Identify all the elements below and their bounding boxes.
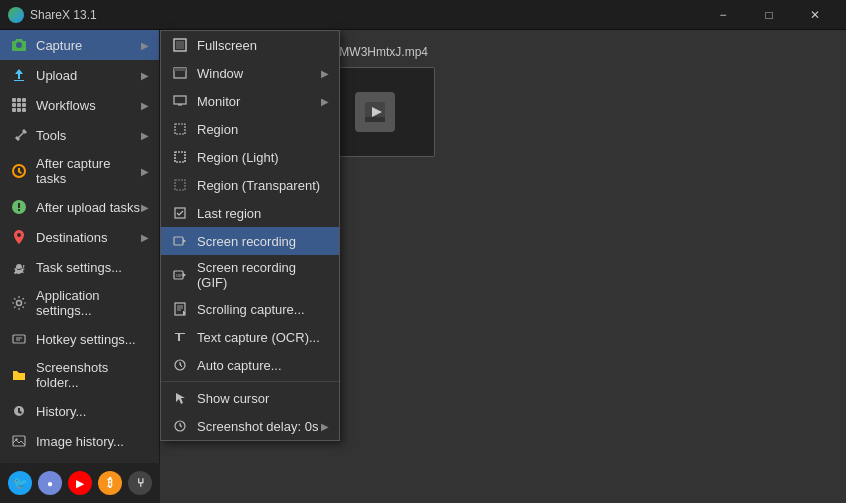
menu-screen-recording-label: Screen recording <box>197 234 296 249</box>
svg-marker-29 <box>183 239 186 243</box>
menu-region[interactable]: Region <box>161 115 339 143</box>
sidebar-item-capture-label: Capture <box>36 38 82 53</box>
svg-rect-28 <box>174 237 183 245</box>
svg-rect-0 <box>12 98 16 102</box>
svg-rect-26 <box>175 180 185 190</box>
menu-text-capture[interactable]: Text capture (OCR)... <box>161 323 339 351</box>
svg-rect-4 <box>17 103 21 107</box>
menu-fullscreen[interactable]: Fullscreen <box>161 31 339 59</box>
after-capture-icon <box>10 162 28 180</box>
fullscreen-icon <box>171 36 189 54</box>
upload-icon <box>10 66 28 84</box>
capture-dropdown: Fullscreen Window ▶ Monitor ▶ Region <box>160 30 340 441</box>
sidebar-item-after-upload[interactable]: After upload tasks ▶ <box>0 192 159 222</box>
bitcoin-icon[interactable]: ₿ <box>98 471 122 495</box>
svg-rect-8 <box>22 108 26 112</box>
sidebar-item-image-history[interactable]: Image history... <box>0 426 159 456</box>
scrolling-capture-icon <box>171 300 189 318</box>
svg-rect-20 <box>176 41 184 49</box>
history-icon <box>10 402 28 420</box>
menu-region-light[interactable]: Region (Light) <box>161 143 339 171</box>
menu-auto-capture[interactable]: Auto capture... <box>161 351 339 379</box>
menu-screen-recording[interactable]: Screen recording <box>161 227 339 255</box>
sidebar-item-app-settings[interactable]: Application settings... <box>0 282 159 324</box>
play-icon-2 <box>355 92 395 132</box>
sidebar: Capture ▶ Upload ▶ Workflows ▶ <box>0 30 160 503</box>
sidebar-item-after-capture[interactable]: After capture tasks ▶ <box>0 150 159 192</box>
menu-scrolling-capture[interactable]: Scrolling capture... <box>161 295 339 323</box>
youtube-icon[interactable]: ▶ <box>68 471 92 495</box>
region-icon <box>171 120 189 138</box>
capture-arrow-icon: ▶ <box>141 40 149 51</box>
menu-fullscreen-label: Fullscreen <box>197 38 257 53</box>
sidebar-item-upload[interactable]: Upload ▶ <box>0 60 159 90</box>
sidebar-item-task-settings[interactable]: Task settings... <box>0 252 159 282</box>
region-light-icon <box>171 148 189 166</box>
menu-region-transparent[interactable]: Region (Transparent) <box>161 171 339 199</box>
discord-icon[interactable]: ● <box>38 471 62 495</box>
menu-window[interactable]: Window ▶ <box>161 59 339 87</box>
maximize-button[interactable]: □ <box>746 0 792 30</box>
twitter-icon[interactable]: 🐦 <box>8 471 32 495</box>
tools-icon <box>10 126 28 144</box>
title-bar-title: ShareX 13.1 <box>30 8 700 22</box>
destinations-icon <box>10 228 28 246</box>
menu-region-light-label: Region (Light) <box>197 150 279 165</box>
sidebar-item-destinations-label: Destinations <box>36 230 108 245</box>
sidebar-item-tools-label: Tools <box>36 128 66 143</box>
minimize-button[interactable]: − <box>700 0 746 30</box>
menu-monitor[interactable]: Monitor ▶ <box>161 87 339 115</box>
camera-icon <box>10 36 28 54</box>
close-button[interactable]: ✕ <box>792 0 838 30</box>
after-capture-arrow-icon: ▶ <box>141 166 149 177</box>
task-settings-icon <box>10 258 28 276</box>
svg-rect-10 <box>13 335 25 343</box>
svg-rect-25 <box>175 152 185 162</box>
menu-screen-recording-gif[interactable]: GIF Screen recording (GIF) <box>161 255 339 295</box>
app-settings-icon <box>10 294 28 312</box>
menu-monitor-label: Monitor <box>197 94 240 109</box>
github-icon[interactable]: ⑂ <box>128 471 152 495</box>
sidebar-item-capture[interactable]: Capture ▶ <box>0 30 159 60</box>
menu-separator <box>161 381 339 382</box>
screen-recording-icon <box>171 232 189 250</box>
sidebar-item-upload-label: Upload <box>36 68 77 83</box>
sidebar-item-task-settings-label: Task settings... <box>36 260 122 275</box>
destinations-arrow-icon: ▶ <box>141 232 149 243</box>
sidebar-item-hotkey-settings-label: Hotkey settings... <box>36 332 136 347</box>
sidebar-item-app-settings-label: Application settings... <box>36 288 149 318</box>
svg-marker-35 <box>176 393 185 404</box>
sidebar-item-workflows[interactable]: Workflows ▶ <box>0 90 159 120</box>
menu-last-region[interactable]: Last region <box>161 199 339 227</box>
sidebar-item-screenshots[interactable]: Screenshots folder... <box>0 354 159 396</box>
screenshot-delay-arrow-icon: ▶ <box>321 421 329 432</box>
svg-marker-31 <box>183 273 186 277</box>
svg-point-9 <box>17 301 22 306</box>
svg-rect-2 <box>22 98 26 102</box>
menu-auto-capture-label: Auto capture... <box>197 358 282 373</box>
sidebar-item-tools[interactable]: Tools ▶ <box>0 120 159 150</box>
sidebar-item-destinations[interactable]: Destinations ▶ <box>0 222 159 252</box>
hotkey-icon <box>10 330 28 348</box>
image-history-icon <box>10 432 28 450</box>
title-bar-controls: − □ ✕ <box>700 0 838 30</box>
screen-recording-gif-icon: GIF <box>171 266 189 284</box>
menu-last-region-label: Last region <box>197 206 261 221</box>
sidebar-item-history[interactable]: History... <box>0 396 159 426</box>
svg-rect-1 <box>17 98 21 102</box>
sidebar-item-hotkey-settings[interactable]: Hotkey settings... <box>0 324 159 354</box>
window-icon <box>171 64 189 82</box>
text-capture-icon <box>171 328 189 346</box>
svg-text:GIF: GIF <box>176 273 183 278</box>
menu-screenshot-delay[interactable]: Screenshot delay: 0s ▶ <box>161 412 339 440</box>
menu-scrolling-capture-label: Scrolling capture... <box>197 302 305 317</box>
last-region-icon <box>171 204 189 222</box>
menu-show-cursor[interactable]: Show cursor <box>161 384 339 412</box>
menu-show-cursor-label: Show cursor <box>197 391 269 406</box>
menu-screen-recording-gif-label: Screen recording (GIF) <box>197 260 329 290</box>
menu-region-label: Region <box>197 122 238 137</box>
svg-rect-22 <box>174 68 186 71</box>
social-bar: 🐦 ● ▶ ₿ ⑂ <box>0 463 160 503</box>
menu-text-capture-label: Text capture (OCR)... <box>197 330 320 345</box>
svg-rect-27 <box>175 208 185 218</box>
